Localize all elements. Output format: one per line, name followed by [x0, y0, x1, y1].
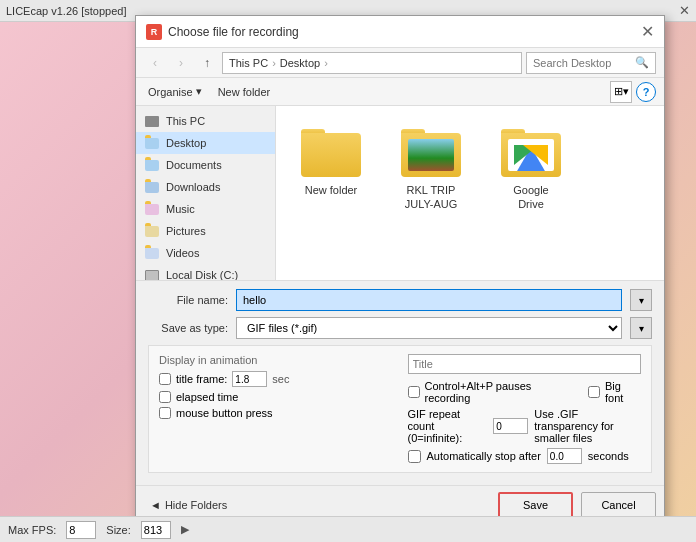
size-input[interactable]	[141, 521, 171, 539]
control-pause-label: Control+Alt+P pauses recording	[425, 380, 575, 404]
size-arrow: ▶	[181, 523, 189, 536]
file-item-new-folder[interactable]: New folder	[291, 121, 371, 205]
sidebar: This PC Desktop Documents	[136, 106, 276, 280]
mouse-button-row: mouse button press	[159, 407, 393, 419]
back-btn[interactable]: ‹	[144, 52, 166, 74]
title-frame-label: title frame:	[176, 373, 227, 385]
files-area: New folder RKL TRIP JULY-AUG	[276, 106, 664, 280]
action-toolbar: Organise ▾ New folder ⊞ ▾ ?	[136, 78, 664, 106]
title-frame-row: title frame: sec	[159, 371, 393, 387]
folder-icon-new	[301, 129, 361, 177]
sidebar-item-desktop[interactable]: Desktop	[136, 132, 275, 154]
search-box[interactable]: 🔍	[526, 52, 656, 74]
breadcrumb-arrow2: ›	[324, 57, 328, 69]
save-as-dropdown-btn[interactable]: ▾	[630, 317, 652, 339]
breadcrumb[interactable]: This PC › Desktop ›	[222, 52, 522, 74]
app-close-btn[interactable]: ✕	[679, 3, 690, 18]
sidebar-item-documents[interactable]: Documents	[136, 154, 275, 176]
sidebar-item-pictures[interactable]: Pictures	[136, 220, 275, 242]
folder-icon-downloads	[144, 179, 160, 195]
control-pause-checkbox[interactable]	[408, 386, 420, 398]
folder-icon-pictures	[144, 223, 160, 239]
app-window: LICEcap v1.26 [stopped] ✕ R Choose file …	[0, 0, 696, 542]
action-buttons: Save Cancel	[498, 492, 656, 518]
dialog-close-btn[interactable]: ✕	[641, 24, 654, 40]
file-item-gdrive[interactable]: Google Drive	[491, 121, 571, 220]
computer-icon	[144, 113, 160, 129]
filename-dropdown-btn[interactable]: ▾	[630, 289, 652, 311]
breadcrumb-desktop: Desktop	[280, 57, 320, 69]
dialog-title-left: R Choose file for recording	[146, 24, 299, 40]
folder-icon-gdrive	[501, 129, 561, 177]
control-pause-row: Control+Alt+P pauses recording Big font	[408, 380, 642, 404]
mouse-button-checkbox[interactable]	[159, 407, 171, 419]
folder-thumbnail-rkl	[408, 139, 454, 171]
title-text-input[interactable]	[408, 354, 642, 374]
file-item-rkl-trip[interactable]: RKL TRIP JULY-AUG	[391, 121, 471, 220]
filename-label: File name:	[148, 294, 228, 306]
content-area: This PC Desktop Documents	[136, 106, 664, 280]
search-input[interactable]	[533, 57, 635, 69]
repeat-count-label: GIF repeat count (0=infinite):	[408, 408, 488, 444]
new-folder-btn[interactable]: New folder	[214, 84, 275, 100]
save-as-row: Save as type: GIF files (*.gif) ▾	[148, 317, 652, 339]
big-font-label: Big font	[605, 380, 641, 404]
sidebar-item-downloads[interactable]: Downloads	[136, 176, 275, 198]
title-frame-input[interactable]	[232, 371, 267, 387]
auto-stop-row: Automatically stop after seconds	[408, 448, 642, 464]
up-btn[interactable]: ↑	[196, 52, 218, 74]
sidebar-item-videos[interactable]: Videos	[136, 242, 275, 264]
display-animation-label: Display in animation	[159, 354, 393, 366]
breadcrumb-thispc: This PC	[229, 57, 268, 69]
cancel-button[interactable]: Cancel	[581, 492, 656, 518]
save-as-select[interactable]: GIF files (*.gif)	[236, 317, 622, 339]
nav-toolbar: ‹ › ↑ This PC › Desktop › 🔍	[136, 48, 664, 78]
folder-icon-videos	[144, 245, 160, 261]
hide-folders-label: Hide Folders	[165, 499, 227, 511]
auto-stop-checkbox[interactable]	[408, 450, 421, 463]
folder-icon-desktop	[144, 135, 160, 151]
max-fps-input[interactable]	[66, 521, 96, 539]
save-button[interactable]: Save	[498, 492, 573, 518]
options-right: Control+Alt+P pauses recording Big font …	[408, 354, 642, 464]
save-as-label: Save as type:	[148, 322, 228, 334]
organise-btn[interactable]: Organise ▾	[144, 83, 206, 100]
mouse-button-label: mouse button press	[176, 407, 273, 419]
help-btn[interactable]: ?	[636, 82, 656, 102]
big-font-checkbox[interactable]	[588, 386, 600, 398]
gdrive-thumbnail	[508, 139, 554, 171]
dialog-window: R Choose file for recording ✕ ‹ › ↑ This…	[135, 15, 665, 525]
sidebar-item-local-disk[interactable]: Local Disk (C:)	[136, 264, 275, 280]
filename-input[interactable]	[236, 289, 622, 311]
elapsed-time-row: elapsed time	[159, 391, 393, 403]
max-fps-label: Max FPS:	[8, 524, 56, 536]
form-area: File name: ▾ Save as type: GIF files (*.…	[136, 280, 664, 485]
gif-repeat-row: GIF repeat count (0=infinite): Use .GIF …	[408, 408, 642, 444]
toolbar-right: ⊞ ▾ ?	[610, 81, 656, 103]
hide-folders-btn[interactable]: ◄ Hide Folders	[144, 497, 233, 513]
filename-row: File name: ▾	[148, 289, 652, 311]
sidebar-item-thispc[interactable]: This PC	[136, 110, 275, 132]
auto-stop-label: Automatically stop after	[427, 450, 541, 462]
disk-icon-c	[144, 267, 160, 280]
options-left: Display in animation title frame: sec el…	[159, 354, 393, 464]
elapsed-time-label: elapsed time	[176, 391, 238, 403]
folder-icon-rkl	[401, 129, 461, 177]
title-frame-checkbox[interactable]	[159, 373, 171, 385]
auto-stop-unit: seconds	[588, 450, 629, 462]
folder-icon-documents	[144, 157, 160, 173]
forward-btn[interactable]: ›	[170, 52, 192, 74]
view-btn[interactable]: ⊞ ▾	[610, 81, 632, 103]
elapsed-time-checkbox[interactable]	[159, 391, 171, 403]
app-title: LICEcap v1.26 [stopped]	[6, 5, 126, 17]
repeat-count-input[interactable]	[493, 418, 528, 434]
app-bottom-bar: Max FPS: Size: ▶	[0, 516, 696, 542]
sec-label: sec	[272, 373, 289, 385]
auto-stop-input[interactable]	[547, 448, 582, 464]
search-icon: 🔍	[635, 56, 649, 69]
dialog-titlebar: R Choose file for recording ✕	[136, 16, 664, 48]
size-label: Size:	[106, 524, 130, 536]
file-label-gdrive: Google Drive	[499, 183, 563, 212]
sidebar-item-music[interactable]: Music	[136, 198, 275, 220]
file-label-new-folder: New folder	[305, 183, 358, 197]
